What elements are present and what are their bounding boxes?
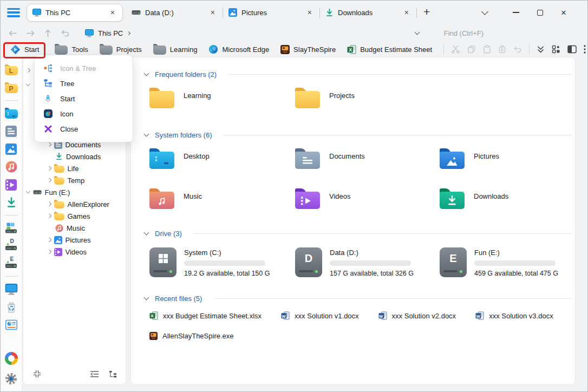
layout-panel-icon[interactable] [567,45,577,54]
forward-icon[interactable] [26,29,35,37]
chevron-right-icon[interactable] [47,142,51,147]
breadcrumb[interactable]: This PC [85,29,130,37]
recent-file-solution-v3[interactable]: W xxx Solution v3.docx [475,311,553,320]
rail-desktop-icon[interactable] [4,107,18,120]
hamburger-menu-icon[interactable] [7,8,20,17]
folder-item-pictures[interactable]: Pictures [440,148,575,169]
tabs-menu-chevron-down-icon[interactable] [473,4,496,21]
tree-row-temp[interactable]: Temp [23,174,126,186]
tree-row-life[interactable]: Life [23,162,126,174]
new-tab-button[interactable]: + [417,5,435,20]
tab-close-icon[interactable]: × [208,8,217,17]
rail-pictures-icon[interactable] [4,142,18,155]
start-button[interactable]: Start [8,44,39,55]
minimize-button[interactable] [504,4,528,21]
tree-view-icon[interactable] [104,370,117,378]
toolbar-item-slaythespire[interactable]: SlayTheSpire [280,45,336,54]
tab-close-icon[interactable]: × [305,8,314,17]
recent-file-budget-sheet[interactable]: X xxx Budget Estimate Sheet.xlsx [149,311,262,320]
tab-data-d[interactable]: Data (D:) × [126,4,223,22]
folder-item-learning[interactable]: Learning [149,88,295,108]
undo-icon[interactable] [61,29,70,37]
toolbar-item-tools[interactable]: Tools [55,44,88,55]
recent-file-solution-v2[interactable]: W xxx Solution v2.docx [378,311,456,320]
double-chevron-down-icon[interactable] [537,45,545,54]
chevron-right-icon[interactable] [127,31,130,35]
folder-item-documents[interactable]: Documents [295,148,440,169]
view-grid-icon[interactable] [552,45,560,54]
folder-item-downloads[interactable]: Downloads [440,188,575,209]
folder-item-projects[interactable]: Projects [295,88,440,108]
tree-row-fun-e[interactable]: Fun (E:) [23,186,126,198]
rail-downloads-icon[interactable] [4,196,18,209]
close-window-button[interactable]: × [552,4,576,21]
toolbar-item-edge[interactable]: Microsoft Edge [208,44,269,54]
rail-learning-folder[interactable]: L [4,63,18,76]
rail-control-panel-icon[interactable] [4,318,18,331]
chevron-right-icon[interactable] [47,202,51,206]
back-icon[interactable] [8,29,17,37]
toolbar-item-projects[interactable]: Projects [100,44,142,55]
tree-row-videos[interactable]: Videos [23,246,126,258]
chevron-down-icon[interactable] [144,132,149,137]
outdent-icon[interactable] [85,370,104,378]
chevron-down-icon[interactable] [144,71,149,76]
find-input[interactable]: Find (Ctrl+F) [444,29,484,37]
menu-item-icon[interactable]: Icon [35,106,133,121]
tab-close-icon[interactable]: × [402,8,411,17]
menu-item-icon-and-tree[interactable]: Icon & Tree [35,61,133,76]
drive-item-fun-e[interactable]: E Fun (E:) 459 G available, total 475 G [440,247,575,277]
tree-row-allenexplorer[interactable]: AllenExplorer [23,198,126,210]
folder-item-videos[interactable]: Videos [295,188,440,209]
rail-videos-icon[interactable] [4,178,18,191]
section-header-recent[interactable]: Recent files (5) [131,295,572,303]
chevron-right-icon[interactable] [47,166,51,171]
rail-settings-gear-icon[interactable] [4,371,18,386]
excel-icon: X [347,45,356,54]
up-icon[interactable] [44,29,52,37]
tree-label: Life [68,165,79,173]
rail-recycle-bin-icon[interactable] [4,300,18,313]
menu-item-tree[interactable]: Tree [35,76,133,91]
search-options-chevron-icon[interactable] [414,29,420,35]
rail-documents-icon[interactable] [4,125,18,138]
rail-music-icon[interactable] [4,160,18,173]
chevron-right-icon[interactable] [47,214,51,218]
tree-row-games[interactable]: Games [23,210,126,222]
tree-row-downloads[interactable]: Downloads [23,151,126,162]
tree-row-pictures[interactable]: Pictures [23,234,126,246]
chevron-down-icon[interactable] [26,189,30,193]
rail-this-pc-icon[interactable] [4,283,18,296]
recent-file-slaythespire-exe[interactable]: AllenSlayTheSpire.exe [149,332,234,340]
toolbar-item-learning[interactable]: Learning [153,44,198,55]
maximize-button[interactable] [528,4,552,21]
drive-item-data-d[interactable]: D Data (D:) 157 G available, total 326 G [295,247,440,277]
chevron-right-icon[interactable] [47,178,51,182]
chevron-down-icon[interactable] [144,230,149,236]
section-header-drive[interactable]: Drive (3) [131,230,572,238]
chevron-down-icon[interactable] [144,295,149,300]
tree-row-music[interactable]: Music [23,222,126,234]
folder-item-music[interactable]: Music [149,188,295,209]
rail-system-drive-icon[interactable] [4,221,18,234]
rail-browser-icon[interactable] [4,351,18,366]
chevron-right-icon[interactable] [47,250,51,254]
recent-file-solution-v1[interactable]: W xxx Solution v1.docx [281,311,359,320]
tab-this-pc[interactable]: This PC × [27,4,123,22]
section-header-system[interactable]: System folders (6) [131,131,572,139]
rail-projects-folder[interactable]: P [4,81,18,94]
menu-item-close[interactable]: Close [35,121,133,136]
folder-item-desktop[interactable]: Desktop [149,148,295,169]
tab-close-icon[interactable]: × [108,8,117,17]
tab-pictures[interactable]: Pictures × [223,4,319,22]
chevron-right-icon[interactable] [47,238,51,242]
rail-drive-d-icon[interactable]: D [4,239,18,252]
drive-item-system-c[interactable]: System (C:) 19.2 G available, total 150 … [149,247,295,277]
tab-downloads[interactable]: Downloads × [320,4,416,22]
more-kebab-icon[interactable] [584,45,586,54]
toolbar-item-budget-sheet[interactable]: X Budget Estimate Sheet [347,45,432,54]
menu-item-start[interactable]: Start [35,91,133,106]
collapse-all-icon[interactable] [33,370,46,378]
section-header-frequent[interactable]: Frequent folders (2) [131,70,572,79]
rail-drive-e-icon[interactable]: E [4,257,18,270]
